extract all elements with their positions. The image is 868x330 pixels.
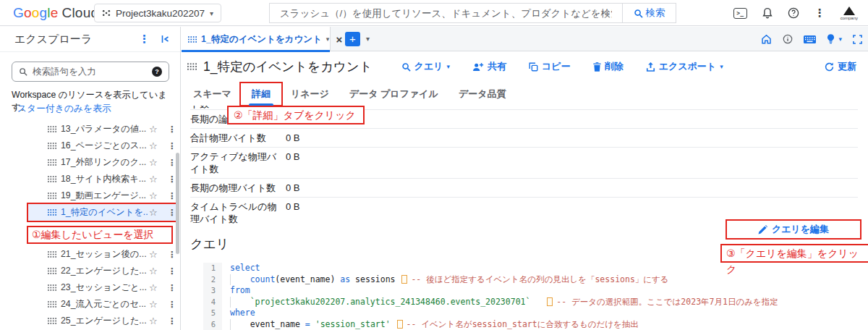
- explorer-search-input[interactable]: [33, 67, 147, 77]
- export-button[interactable]: エクスポート▾: [646, 60, 723, 73]
- code-line: 1select: [203, 263, 868, 274]
- avatar[interactable]: company: [841, 7, 858, 20]
- tab-schema[interactable]: スキーマ: [183, 82, 242, 106]
- sidebar-item[interactable]: 23_セッションごと...☆⋮: [0, 279, 180, 296]
- new-tab-button[interactable]: +: [345, 32, 360, 46]
- item-menu-icon[interactable]: ⋮: [168, 283, 176, 293]
- lightbulb-chevron-icon[interactable]: ▾: [838, 35, 842, 43]
- item-menu-icon[interactable]: ⋮: [168, 266, 176, 276]
- home-icon[interactable]: [761, 34, 772, 44]
- copy-button[interactable]: コピー: [529, 60, 571, 73]
- explorer-search-box: ?: [12, 62, 169, 82]
- edit-query-button[interactable]: クエリを編集: [758, 223, 829, 236]
- sidebar-item[interactable]: 18_サイト内検索キ...☆⋮: [0, 171, 180, 187]
- item-menu-icon[interactable]: ⋮: [168, 300, 176, 310]
- query-button[interactable]: クエリ▾: [401, 60, 450, 73]
- detail-row: 長期の物理バイト数0 B: [190, 179, 858, 198]
- star-icon[interactable]: ☆: [149, 266, 158, 276]
- star-icon[interactable]: ☆: [149, 316, 158, 326]
- sidebar-item[interactable]: 17_外部リンクのク...☆⋮: [0, 154, 180, 171]
- tab-data-profile[interactable]: データ プロファイル: [339, 82, 448, 106]
- star-icon[interactable]: ☆: [149, 207, 158, 218]
- annotation-step2: ②「詳細」タブをクリック: [227, 106, 365, 124]
- sidebar-item[interactable]: 16_ページごとのス...☆⋮: [0, 138, 180, 154]
- project-selector[interactable]: Project3kaku202207 ▾: [94, 4, 221, 22]
- fullscreen-icon[interactable]: [853, 35, 862, 44]
- star-icon[interactable]: ☆: [149, 124, 158, 135]
- star-icon[interactable]: ☆: [149, 299, 158, 310]
- sidebar-item[interactable]: 21_セッション後の...☆⋮: [0, 246, 180, 263]
- more-options-icon[interactable]: ⋮: [814, 7, 825, 20]
- refresh-button[interactable]: 更新: [825, 60, 856, 73]
- item-menu-icon[interactable]: ⋮: [168, 124, 176, 135]
- collapse-panel-icon[interactable]: [160, 34, 170, 44]
- detail-label: 長期の物理バイト数: [190, 182, 286, 194]
- search-icon: [634, 9, 643, 18]
- button-label: 削除: [605, 60, 624, 73]
- workspace-tab[interactable]: 1_特定のイベントをカウント ▾ ×: [182, 27, 331, 51]
- project-icon: [102, 9, 111, 17]
- cloud-shell-icon[interactable]: >_: [733, 8, 747, 19]
- share-button[interactable]: 共有: [472, 60, 506, 73]
- sidebar-item[interactable]: 24_流入元ごとのセ...☆⋮: [0, 296, 180, 313]
- star-icon[interactable]: ☆: [149, 249, 158, 260]
- starred-only-link[interactable]: スター付きのみを表示: [17, 103, 111, 115]
- highlight-marker-icon: [547, 297, 553, 306]
- search-help-icon[interactable]: ?: [152, 67, 162, 77]
- search-input[interactable]: [270, 4, 622, 22]
- item-menu-icon[interactable]: ⋮: [168, 141, 176, 151]
- tab-lineage[interactable]: リネージ: [281, 82, 339, 106]
- star-icon[interactable]: ☆: [149, 190, 158, 201]
- delete-button[interactable]: 削除: [593, 60, 624, 73]
- trash-icon: [593, 62, 601, 72]
- code-text: select: [222, 263, 260, 274]
- button-label: クエリ: [414, 60, 443, 73]
- sidebar-item-label: 23_セッションごと...: [61, 282, 148, 294]
- sidebar-item[interactable]: 13_パラメータの値...☆⋮: [0, 121, 180, 138]
- item-menu-icon[interactable]: ⋮: [168, 250, 176, 260]
- star-icon[interactable]: ☆: [149, 174, 158, 185]
- detail-row: 合計物理バイト数0 B: [190, 129, 858, 148]
- sidebar-item-label: 18_サイト内検索キ...: [61, 173, 148, 185]
- star-icon[interactable]: ☆: [149, 282, 158, 293]
- detail-label: タイムトラベルの物理バイト数: [190, 200, 286, 225]
- item-menu-icon[interactable]: ⋮: [168, 174, 176, 185]
- chevron-down-icon: ▾: [720, 63, 723, 70]
- lightbulb-icon[interactable]: [827, 34, 835, 44]
- code-block: 1select2count(event_name) as sessions --…: [203, 263, 868, 330]
- table-grid-icon: [48, 301, 56, 308]
- sidebar-item[interactable]: 1_特定のイベントを...☆⋮: [0, 204, 180, 221]
- explorer-title: エクスプローラ: [14, 33, 129, 46]
- new-tab-chevron-icon[interactable]: ▾: [366, 35, 370, 43]
- button-label: エクスポート: [659, 60, 717, 73]
- sidebar-item[interactable]: 19_動画エンゲージ...☆⋮: [0, 187, 180, 204]
- tab-details[interactable]: 詳細: [242, 82, 281, 106]
- sidebar-item[interactable]: 22_エンゲージした...☆⋮: [0, 263, 180, 279]
- item-menu-icon[interactable]: ⋮: [168, 316, 176, 326]
- detail-label: アクティブな物理バイト数: [190, 151, 286, 175]
- keyboard-icon[interactable]: [804, 35, 816, 43]
- annotation-step3: ③「クエリを編集」をクリック: [720, 244, 868, 263]
- chevron-down-icon[interactable]: ▾: [326, 35, 330, 43]
- code-line: 4`project3kaku202207.analytics_241348460…: [203, 297, 868, 308]
- avatar-triangle-icon: [843, 7, 855, 15]
- help-icon[interactable]: [788, 7, 799, 19]
- tab-data-quality[interactable]: データ品質: [448, 82, 516, 106]
- sidebar-item[interactable]: 25_エンゲージした...☆⋮: [0, 313, 180, 329]
- detail-row: アクティブな物理バイト数0 B: [190, 148, 858, 179]
- sidebar-item-label: 17_外部リンクのク...: [61, 156, 148, 169]
- item-menu-icon[interactable]: ⋮: [168, 208, 176, 218]
- code-text: `project3kaku202207.analytics_241348460.…: [222, 297, 778, 308]
- close-tab-icon[interactable]: ×: [336, 33, 342, 46]
- google-logo: Google: [13, 5, 59, 20]
- sidebar-scrollbar[interactable]: [176, 153, 179, 254]
- info-icon[interactable]: [783, 34, 793, 44]
- star-icon[interactable]: ☆: [149, 157, 158, 168]
- item-menu-icon[interactable]: ⋮: [168, 191, 176, 201]
- notifications-bell-icon[interactable]: [762, 7, 773, 19]
- copy-icon: [529, 62, 538, 72]
- chevron-down-icon: ▾: [447, 63, 451, 70]
- item-menu-icon[interactable]: ⋮: [168, 158, 176, 168]
- star-icon[interactable]: ☆: [149, 140, 158, 151]
- search-button[interactable]: 検索: [622, 4, 676, 22]
